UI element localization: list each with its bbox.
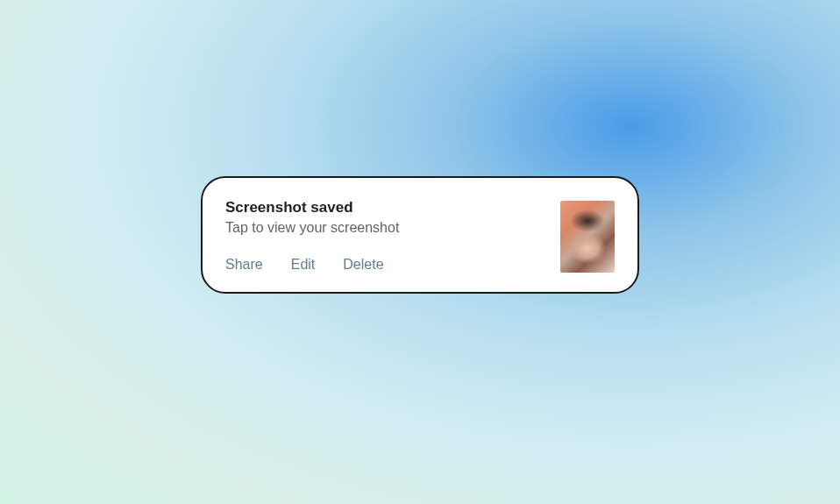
notification-content: Screenshot saved Tap to view your screen… [225,199,399,273]
notification-subtitle: Tap to view your screenshot [225,220,399,236]
share-button[interactable]: Share [225,257,263,273]
screenshot-thumbnail[interactable] [560,201,615,273]
edit-button[interactable]: Edit [291,257,316,273]
notification-title: Screenshot saved [225,199,399,217]
delete-button[interactable]: Delete [343,257,383,273]
notification-actions: Share Edit Delete [225,257,399,273]
screenshot-notification[interactable]: Screenshot saved Tap to view your screen… [201,176,639,294]
